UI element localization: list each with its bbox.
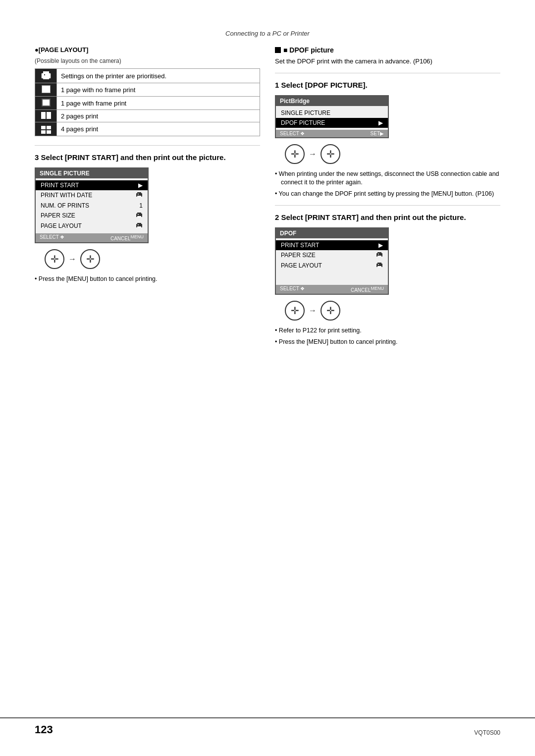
nav-arrows-step2: ✛ → ✛ — [285, 301, 500, 321]
dpof-desc: Set the DPOF print with the camera in ad… — [275, 57, 500, 66]
table-row: 2 pages print — [35, 110, 260, 122]
screen-row-paper: PAPER SIZE — [276, 250, 388, 261]
page-container: Connecting to a PC or Printer ●[PAGE LAY… — [0, 0, 535, 756]
step1-section: 1 Select [DPOF PICTURE]. PictBridge SING… — [275, 80, 500, 206]
screen-title: SINGLE PICTURE — [36, 168, 148, 178]
page-number: 123 — [35, 723, 53, 736]
doc-code: VQT0S00 — [474, 729, 500, 736]
svg-rect-24 — [378, 264, 379, 265]
divider — [275, 205, 500, 206]
svg-rect-16 — [138, 224, 139, 225]
screen-body: PRINT START ▶ PRINT WITH DATE NUM. OF PR… — [36, 178, 148, 233]
layout-table-cell: 1 page with no frame print — [57, 83, 260, 97]
printer-icon — [376, 262, 383, 270]
printer-icon — [136, 222, 143, 230]
printer-icon-cell — [35, 69, 57, 83]
printer-icon — [41, 71, 52, 80]
row-label: PAPER SIZE — [281, 252, 316, 259]
page-footer: 123 VQT0S00 — [0, 717, 535, 736]
dpof-square-icon — [275, 47, 281, 53]
dpad-icon: ✛ — [285, 144, 305, 164]
1page-frame-icon-cell — [35, 97, 57, 110]
dpad-icon-2: ✛ — [321, 144, 340, 164]
screen-title: PictBridge — [276, 96, 388, 106]
printer-icon — [136, 192, 143, 199]
step2-note2: • Press the [MENU] button to cancel prin… — [275, 338, 500, 347]
svg-rect-18 — [377, 252, 381, 254]
row-label: PRINT WITH DATE — [41, 192, 92, 199]
arrow-right: → — [309, 306, 317, 315]
layout-table-cell: Settings on the printer are prioritised. — [57, 69, 260, 83]
dpad-icon: ✛ — [285, 301, 305, 321]
select-label: SELECT ❖ — [280, 286, 305, 293]
cancel-label: CANCELMENU — [110, 234, 144, 241]
screen-row-dpof: DPOF PICTURE ▶ — [276, 118, 388, 128]
screen-row-print-start: PRINT START ▶ — [276, 240, 388, 250]
row-label: PAPER SIZE — [41, 212, 75, 219]
svg-rect-23 — [377, 266, 381, 268]
svg-rect-8 — [138, 194, 139, 195]
step2-screen: DPOF PRINT START ▶ PAPER SIZE — [275, 227, 389, 295]
svg-rect-2 — [43, 77, 49, 79]
row-label: NUM. OF PRINTS — [41, 202, 89, 209]
divider — [35, 145, 260, 146]
screen-bottom-bar: SELECT ❖ CANCELMENU — [276, 285, 388, 294]
svg-rect-20 — [378, 254, 379, 255]
step2-heading: 2 Select [PRINT START] and then print ou… — [275, 213, 500, 222]
page-layout-title: ●[PAGE LAYOUT] — [35, 46, 260, 54]
left-column: ●[PAGE LAYOUT] (Possible layouts on the … — [35, 46, 260, 349]
page-header: Connecting to a PC or Printer — [35, 30, 500, 37]
printer-icon — [136, 212, 143, 219]
svg-rect-10 — [137, 213, 141, 214]
dpof-label: ■ DPOF picture — [283, 46, 334, 54]
dpad-icon: ✛ — [45, 249, 64, 269]
row-label: DPOF PICTURE — [281, 119, 325, 126]
row-value: ▶ — [378, 119, 383, 126]
table-row: 4 pages print — [35, 122, 260, 136]
arrow-right: → — [309, 150, 317, 159]
row-value: ▶ — [378, 242, 383, 249]
divider — [275, 73, 500, 73]
step3-section: 3 Select [PRINT START] and then print ou… — [35, 153, 260, 283]
screen-row-num: NUM. OF PRINTS 1 — [36, 201, 148, 211]
svg-rect-11 — [137, 216, 141, 217]
step3-note: • Press the [MENU] button to cancel prin… — [35, 275, 260, 284]
dpof-section: ■ DPOF picture Set the DPOF print with t… — [275, 46, 500, 73]
svg-rect-1 — [43, 71, 49, 74]
layout-table-cell: 1 page with frame print — [57, 97, 260, 110]
row-value: ▶ — [138, 182, 143, 189]
svg-rect-22 — [377, 263, 381, 264]
screen-title: DPOF — [276, 228, 388, 238]
layout-table-cell: 2 pages print — [57, 110, 260, 122]
svg-rect-14 — [137, 223, 141, 224]
row-label: PAGE LAYOUT — [281, 262, 322, 269]
row-label: SINGLE PICTURE — [281, 109, 330, 116]
nav-arrows-step3: ✛ → ✛ — [45, 249, 260, 269]
arrow-right: → — [68, 255, 76, 264]
layout-table: Settings on the printer are prioritised.… — [35, 68, 260, 136]
select-label: SELECT ❖ — [40, 234, 65, 241]
screen-row-paper: PAPER SIZE — [36, 211, 148, 221]
table-row: 1 page with no frame print — [35, 83, 260, 97]
svg-rect-12 — [138, 214, 139, 215]
screen-body: PRINT START ▶ PAPER SIZE PAGE LAYOUT — [276, 238, 388, 285]
svg-rect-3 — [44, 74, 45, 75]
screen-bottom-bar: SELECT ❖ SET▶ — [276, 130, 388, 137]
1page-icon-cell — [35, 83, 57, 97]
row-label: PRINT START — [41, 182, 79, 189]
svg-rect-7 — [137, 196, 141, 197]
table-row: 1 page with frame print — [35, 97, 260, 110]
step2-section: 2 Select [PRINT START] and then print ou… — [275, 213, 500, 346]
4pages-icon-cell — [35, 122, 57, 136]
dpof-title: ■ DPOF picture — [275, 46, 500, 54]
step1-screen: PictBridge SINGLE PICTURE DPOF PICTURE ▶… — [275, 95, 389, 138]
right-column: ■ DPOF picture Set the DPOF print with t… — [275, 46, 500, 349]
page-layout-subtitle: (Possible layouts on the camera) — [35, 57, 260, 64]
screen-row-layout: PAGE LAYOUT — [36, 221, 148, 231]
page-layout-section: ●[PAGE LAYOUT] (Possible layouts on the … — [35, 46, 260, 136]
screen-body: SINGLE PICTURE DPOF PICTURE ▶ — [276, 106, 388, 130]
select-label: SELECT ❖ — [280, 131, 305, 136]
step3-screen: SINGLE PICTURE PRINT START ▶ PRINT WITH … — [35, 167, 149, 243]
row-value: 1 — [139, 202, 143, 209]
svg-rect-5 — [137, 192, 141, 194]
